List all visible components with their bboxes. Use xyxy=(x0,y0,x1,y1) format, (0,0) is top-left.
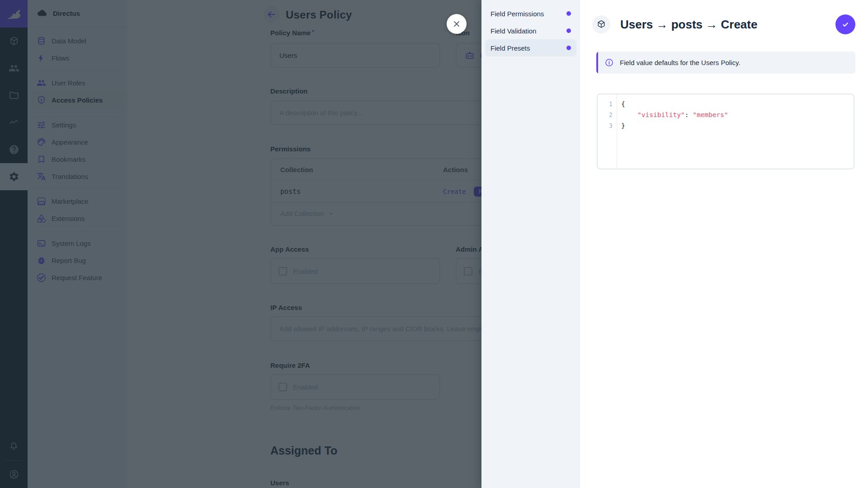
status-dot xyxy=(566,11,571,16)
editor-gutter: 1 2 3 xyxy=(598,94,617,169)
info-banner: Field value defaults for the Users Polic… xyxy=(596,52,855,74)
box-icon xyxy=(596,19,606,29)
drawer-sections-sidebar: Field Permissions Field Validation Field… xyxy=(481,0,580,488)
code-line-2: "visibility": "members" xyxy=(621,109,728,120)
presets-code-editor[interactable]: 1 2 3 { "visibility": "members" } xyxy=(597,94,854,169)
save-button[interactable] xyxy=(835,14,855,34)
info-icon xyxy=(604,58,614,67)
line-number: 1 xyxy=(598,99,617,109)
drawer-content: Users → posts → Create Field value defau… xyxy=(580,0,868,488)
editor-code: { "visibility": "members" } xyxy=(617,94,728,169)
code-line-1: { xyxy=(621,99,728,109)
modal-overlay[interactable] xyxy=(0,0,481,488)
code-line-3: } xyxy=(621,120,728,131)
drawer-tab-field-permissions[interactable]: Field Permissions xyxy=(485,5,576,22)
status-dot xyxy=(566,46,571,50)
info-banner-text: Field value defaults for the Users Polic… xyxy=(620,59,741,66)
drawer-header: Users → posts → Create xyxy=(592,15,855,33)
status-dot xyxy=(566,28,571,33)
directus-app: Users Policy Policy Name* Users Icon Bad… xyxy=(0,0,868,488)
close-icon xyxy=(452,19,462,29)
drawer-title: Users → posts → Create xyxy=(620,18,757,32)
drawer-tab-field-presets[interactable]: Field Presets xyxy=(485,39,576,56)
drawer-header-icon-circle xyxy=(592,15,610,33)
check-icon xyxy=(840,19,850,29)
line-number: 3 xyxy=(598,120,617,131)
drawer-close-button[interactable] xyxy=(447,14,467,34)
line-number: 2 xyxy=(598,109,617,120)
drawer-tab-field-validation[interactable]: Field Validation xyxy=(485,22,576,39)
